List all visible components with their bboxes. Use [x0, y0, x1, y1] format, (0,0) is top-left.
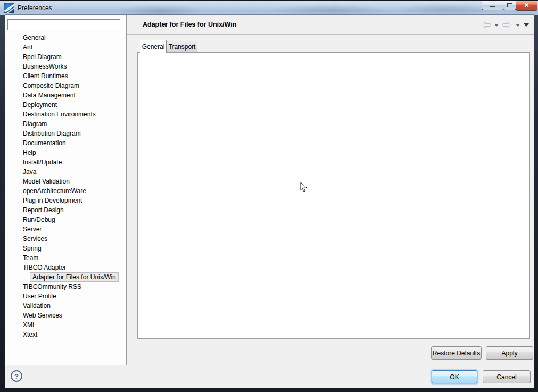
sidebar-item-label: Composite Diagram	[20, 81, 82, 90]
page-title: Adapter for Files for Unix/Win	[143, 21, 236, 28]
header-divider	[127, 34, 534, 35]
sidebar-item[interactable]: Destination Environments	[5, 110, 126, 119]
sidebar-item[interactable]: Adapter for Files for Unix/Win	[5, 272, 126, 282]
sidebar-item-label: Deployment	[20, 100, 60, 110]
window-title: Preferences	[18, 4, 52, 12]
close-icon: ✕	[524, 2, 529, 9]
cancel-button[interactable]: Cancel	[483, 370, 531, 383]
sidebar-item[interactable]: Documentation	[5, 138, 126, 148]
sidebar-item-label: Spring	[20, 244, 44, 253]
sidebar-item[interactable]: Server	[5, 224, 126, 234]
sidebar-divider	[126, 15, 127, 365]
tab-general[interactable]: General	[140, 40, 167, 53]
preferences-window: Preferences ✕ GeneralAntBpel DiagramBusi…	[0, 0, 538, 392]
sidebar-item-label: Install/Update	[20, 157, 64, 167]
sidebar-item-label: Documentation	[20, 138, 69, 148]
tab-transport[interactable]: Transport	[167, 41, 197, 52]
sidebar-item[interactable]: Plug-in Development	[5, 196, 126, 205]
sidebar-item[interactable]: Java	[5, 167, 126, 177]
back-icon	[481, 21, 491, 29]
sidebar-item[interactable]: Install/Update	[5, 157, 126, 167]
sidebar-item[interactable]: XML	[5, 320, 126, 330]
sidebar-item-label: User Profile	[20, 291, 59, 301]
sidebar-item[interactable]: Model Validation	[5, 177, 126, 186]
minimize-button[interactable]	[482, 1, 504, 10]
forward-icon	[502, 21, 512, 29]
maximize-button[interactable]	[503, 1, 516, 10]
sidebar-item-label: Run/Debug	[20, 215, 58, 224]
sidebar-item-label: Validation	[20, 301, 53, 311]
maximize-icon	[507, 3, 512, 7]
sidebar-item-label: Diagram	[20, 119, 49, 129]
sidebar-item-label: Services	[20, 234, 50, 244]
sidebar-item-label: Plug-in Development	[20, 196, 85, 205]
sidebar-item[interactable]: User Profile	[5, 291, 126, 301]
sidebar-item-label: BusinessWorks	[20, 62, 69, 71]
help-icon[interactable]: ?	[11, 370, 22, 382]
sidebar-item-label: openArchitectureWare	[20, 186, 89, 196]
sidebar-item[interactable]: Help	[5, 148, 126, 157]
footer-divider	[5, 365, 534, 365]
sidebar-item-label: Data Management	[20, 90, 78, 100]
sidebar-item-label: Team	[20, 253, 41, 263]
sidebar-item-label: Ant	[20, 43, 35, 52]
sidebar-item-label: General	[20, 33, 48, 43]
sidebar-item-label: TIBCO Adapter	[20, 263, 69, 272]
sidebar-item-label: XML	[20, 320, 39, 330]
sidebar-item[interactable]: Diagram	[5, 119, 126, 129]
sidebar-item[interactable]: General	[5, 33, 126, 43]
sidebar-item-label: Bpel Diagram	[20, 52, 64, 62]
sidebar-item-label: Help	[20, 148, 39, 157]
titlebar: Preferences ✕	[0, 0, 538, 15]
sidebar-item[interactable]: Distribution Diagram	[5, 129, 126, 138]
sidebar-item[interactable]: Bpel Diagram	[5, 52, 126, 62]
sidebar-item-label: Report Design	[20, 205, 67, 215]
sidebar-item[interactable]: Ant	[5, 43, 126, 52]
sidebar-item-label: Model Validation	[20, 177, 72, 186]
history-nav	[481, 20, 529, 30]
sidebar-item[interactable]: Composite Diagram	[5, 81, 126, 90]
sidebar-item[interactable]: Xtext	[5, 330, 126, 339]
apply-button[interactable]: Apply	[486, 346, 533, 360]
minimize-icon	[490, 6, 495, 7]
back-dropdown-icon	[494, 24, 499, 27]
sidebar-item[interactable]: TIBCOmmunity RSS	[5, 282, 126, 291]
sidebar-item[interactable]: BusinessWorks	[5, 62, 126, 71]
sidebar-item-label: Server	[20, 224, 44, 234]
sidebar-item[interactable]: Spring	[5, 244, 126, 253]
sidebar-item[interactable]: Team	[5, 253, 126, 263]
sidebar-item-label: TIBCOmmunity RSS	[20, 282, 84, 291]
app-icon	[4, 3, 14, 13]
sidebar-item[interactable]: Validation	[5, 301, 126, 311]
sidebar-item[interactable]: openArchitectureWare	[5, 186, 126, 196]
sidebar-item-label: Xtext	[20, 330, 40, 339]
forward-dropdown-icon	[516, 24, 520, 27]
sidebar-item-label: Java	[20, 167, 39, 177]
filter-input[interactable]	[7, 19, 120, 30]
sidebar-item[interactable]: Web Services	[5, 311, 126, 320]
ok-button[interactable]: OK	[432, 370, 477, 383]
view-menu-icon[interactable]	[524, 23, 529, 27]
sidebar-item[interactable]: TIBCO Adapter	[5, 263, 126, 272]
restore-defaults-button[interactable]: Restore Defaults	[431, 346, 482, 360]
sidebar-item-label: Web Services	[20, 311, 65, 320]
sidebar-item-label: Distribution Diagram	[20, 129, 84, 138]
sidebar-item[interactable]: Services	[5, 234, 126, 244]
close-button[interactable]: ✕	[516, 1, 537, 11]
sidebar-item-label: Destination Environments	[20, 110, 98, 119]
sidebar-item-label: Adapter for Files for Unix/Win	[30, 272, 119, 282]
sidebar-item[interactable]: Client Runtimes	[5, 71, 126, 81]
sidebar-item[interactable]: Data Management	[5, 90, 126, 100]
sidebar-item[interactable]: Run/Debug	[5, 215, 126, 224]
sidebar-item[interactable]: Report Design	[5, 205, 126, 215]
preferences-dialog: GeneralAntBpel DiagramBusinessWorksClien…	[5, 15, 534, 388]
general-tab-panel	[137, 52, 530, 339]
preferences-tree: GeneralAntBpel DiagramBusinessWorksClien…	[5, 33, 126, 339]
sidebar-item[interactable]: Deployment	[5, 100, 126, 110]
sidebar-item-label: Client Runtimes	[20, 71, 71, 81]
